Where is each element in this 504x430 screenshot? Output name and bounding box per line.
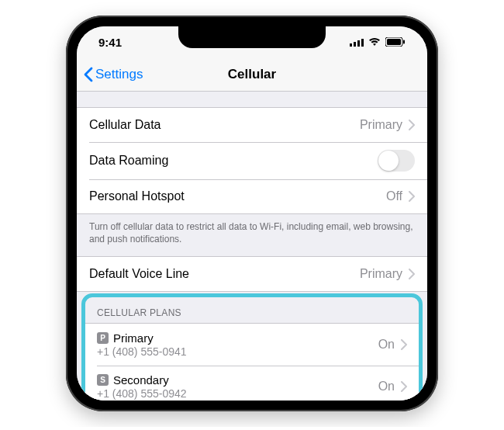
default-voice-line-row[interactable]: Default Voice Line Primary [77, 257, 427, 291]
cellular-plans-list: P Primary +1 (408) 555-0941 On [85, 323, 419, 401]
chevron-right-icon [401, 339, 407, 350]
row-value: Primary [360, 267, 402, 281]
plan-badge-icon: S [97, 374, 109, 386]
phone-frame: 9:41 Settings Cellular Cellular Data Pri… [66, 16, 438, 411]
svg-rect-2 [357, 40, 360, 47]
back-label: Settings [95, 67, 143, 82]
section-footer: Turn off cellular data to restrict all d… [77, 214, 427, 256]
content: Cellular Data Primary Data Roaming Perso… [77, 92, 427, 401]
row-label: Personal Hotspot [89, 189, 185, 203]
back-button[interactable]: Settings [83, 67, 143, 82]
section-header: CELLULAR PLANS [85, 296, 419, 323]
chevron-right-icon [401, 381, 407, 392]
plan-status: On [378, 338, 395, 352]
row-label: Cellular Data [89, 118, 161, 132]
chevron-right-icon [409, 269, 415, 279]
cellular-data-row[interactable]: Cellular Data Primary [77, 108, 427, 142]
settings-list-2: Default Voice Line Primary [77, 256, 427, 292]
chevron-right-icon [409, 191, 415, 202]
row-label: Data Roaming [89, 154, 168, 168]
plan-name: Secondary [113, 373, 169, 387]
status-time: 9:41 [98, 36, 122, 49]
svg-rect-5 [387, 39, 401, 45]
plan-status: On [378, 380, 395, 394]
data-roaming-row: Data Roaming [77, 142, 427, 179]
battery-icon [385, 37, 406, 47]
plan-name: Primary [113, 331, 154, 345]
plan-row-secondary[interactable]: S Secondary +1 (408) 555-0942 On [85, 366, 419, 401]
row-label: Default Voice Line [89, 267, 189, 281]
status-icons [350, 37, 406, 47]
notch [178, 26, 326, 48]
row-value: Off [386, 189, 402, 203]
row-value: Primary [360, 118, 402, 132]
chevron-left-icon [83, 67, 94, 82]
nav-bar: Settings Cellular [77, 57, 427, 92]
chevron-right-icon [409, 120, 415, 130]
plan-number: +1 (408) 555-0942 [97, 387, 187, 400]
svg-rect-0 [350, 43, 352, 47]
svg-rect-3 [361, 39, 364, 47]
data-roaming-toggle[interactable] [378, 150, 415, 172]
cellular-plans-highlight: CELLULAR PLANS P Primary +1 (408) 555-09… [77, 292, 427, 401]
plan-row-primary[interactable]: P Primary +1 (408) 555-0941 On [85, 324, 419, 366]
settings-list-1: Cellular Data Primary Data Roaming Perso… [77, 107, 427, 214]
plan-number: +1 (408) 555-0941 [97, 345, 187, 358]
screen: 9:41 Settings Cellular Cellular Data Pri… [77, 26, 427, 401]
signal-icon [350, 37, 364, 47]
personal-hotspot-row[interactable]: Personal Hotspot Off [77, 179, 427, 213]
svg-rect-1 [354, 42, 356, 47]
page-title: Cellular [228, 67, 276, 82]
plan-badge-icon: P [97, 332, 109, 344]
wifi-icon [368, 37, 381, 47]
svg-rect-6 [403, 40, 405, 44]
